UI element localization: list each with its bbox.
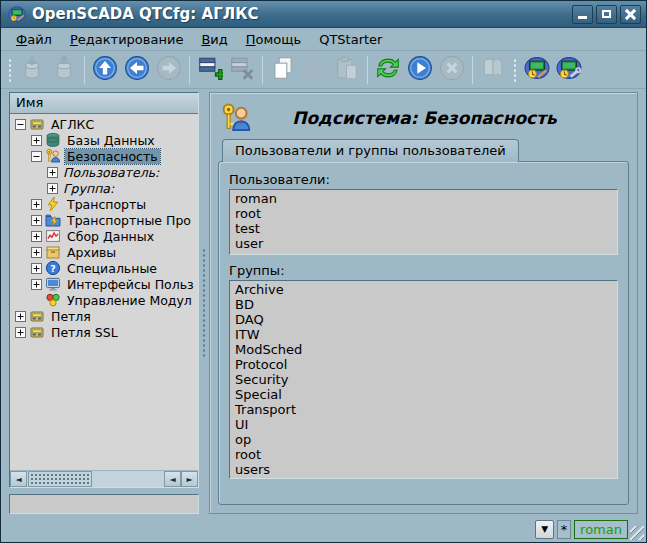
tree-item-специальные[interactable]: ?Специальные — [12, 260, 198, 276]
expand-icon[interactable] — [31, 279, 42, 290]
expand-icon[interactable] — [31, 215, 42, 226]
expand-icon[interactable] — [15, 327, 26, 338]
qtcfg-app-button[interactable] — [521, 54, 553, 86]
add-item-button[interactable] — [194, 54, 226, 86]
scroll-right-icon[interactable]: ► — [181, 471, 198, 487]
tree-horizontal-scrollbar[interactable]: ◄ ◄ ► — [10, 470, 198, 487]
scrollbar-thumb[interactable] — [28, 471, 92, 487]
tree-item-интерфейсы-польз[interactable]: Интерфейсы Польз — [12, 276, 198, 292]
scroll-left-icon[interactable]: ◄ — [10, 471, 27, 487]
menu-item-5[interactable]: QTStarter — [310, 30, 391, 49]
tree-item-label: Базы Данных — [65, 133, 157, 148]
modules-icon — [45, 292, 61, 308]
expand-icon[interactable] — [31, 231, 42, 242]
start-button[interactable] — [404, 54, 436, 86]
maximize-button[interactable] — [596, 5, 617, 24]
station-icon — [29, 116, 45, 132]
tab-content: Пользователи: romanroottestuser Группы: … — [218, 161, 629, 505]
user-list-item[interactable]: roman — [230, 191, 617, 206]
expand-icon[interactable] — [31, 263, 42, 274]
tree-item-группа[interactable]: Группа: — [12, 180, 198, 196]
toolbar-drag-handle[interactable] — [7, 57, 13, 83]
expand-icon[interactable] — [47, 183, 58, 194]
group-list-item[interactable]: op — [230, 432, 617, 447]
tab-users-groups[interactable]: Пользователи и группы пользователей — [222, 139, 519, 162]
tree-item-сбор-данных[interactable]: Сбор Данных — [12, 228, 198, 244]
tree-item-label: Пользователь: — [61, 165, 161, 180]
collapse-icon[interactable] — [31, 151, 42, 162]
group-list-item[interactable]: users — [230, 462, 617, 477]
user-list-item[interactable]: root — [230, 206, 617, 221]
menu-item-4[interactable]: Помощь — [237, 30, 310, 49]
titlebar[interactable]: OpenSCADA QTCfg: АГЛКС — [1, 1, 646, 28]
group-list-item[interactable]: DAQ — [230, 312, 617, 327]
menu-item-1[interactable]: Файл — [7, 30, 61, 49]
group-list-item[interactable]: UI — [230, 417, 617, 432]
close-button[interactable] — [620, 5, 641, 24]
tree-item-аглкс[interactable]: АГЛКС — [12, 116, 198, 132]
nav-back-button[interactable] — [121, 54, 153, 86]
maximize-icon — [602, 10, 611, 18]
resize-grip[interactable] — [630, 526, 644, 540]
expand-icon[interactable] — [31, 247, 42, 258]
tree-item-петля-ssl[interactable]: Петля SSL — [12, 324, 198, 340]
tabbar: Пользователи и группы пользователей — [218, 139, 629, 162]
tree-item-label: АГЛКС — [49, 117, 96, 132]
copy-item-button[interactable] — [267, 54, 299, 86]
user-list-item[interactable]: test — [230, 221, 617, 236]
toolbar-drag-handle[interactable] — [512, 57, 518, 83]
scroll-left2-icon[interactable]: ◄ — [164, 471, 181, 487]
group-list-item[interactable]: Special — [230, 387, 617, 402]
users-listbox[interactable]: romanroottestuser — [229, 189, 618, 255]
nav-forward-button — [153, 54, 185, 86]
panel-splitter[interactable] — [199, 92, 209, 514]
group-list-item[interactable]: ModSched — [230, 342, 617, 357]
expand-icon[interactable] — [47, 167, 58, 178]
cut-item-icon — [302, 55, 328, 84]
refresh-button[interactable] — [372, 54, 404, 86]
tree-item-архивы[interactable]: Архивы — [12, 244, 198, 260]
tree-item-базы-данных[interactable]: Базы Данных — [12, 132, 198, 148]
group-list-item[interactable]: Security — [230, 372, 617, 387]
load-from-db-button — [16, 54, 48, 86]
tree-item-label: Специальные — [65, 261, 159, 276]
qtstarter-config-button[interactable] — [553, 54, 585, 86]
manual-button — [477, 54, 509, 86]
menu-item-2[interactable]: Редактирование — [61, 30, 192, 49]
tree-column-header[interactable]: Имя — [10, 93, 198, 114]
collapse-icon[interactable] — [15, 119, 26, 130]
nav-up-button[interactable] — [89, 54, 121, 86]
tree-filter-input[interactable] — [9, 494, 199, 514]
expand-icon[interactable] — [31, 199, 42, 210]
group-list-item[interactable]: Archive — [230, 282, 617, 297]
load-from-db-icon — [19, 55, 45, 84]
group-list-item[interactable]: BD — [230, 297, 617, 312]
tree-item-петля[interactable]: Петля — [12, 308, 198, 324]
app-window: OpenSCADA QTCfg: АГЛКС ФайлРедактировани… — [0, 0, 647, 543]
current-user-badge[interactable]: roman — [574, 520, 628, 539]
group-list-item[interactable]: Transport — [230, 402, 617, 417]
group-list-item[interactable]: Protocol — [230, 357, 617, 372]
main-area: Имя АГЛКСБазы ДанныхБезопасностьПользова… — [1, 89, 646, 516]
statusbar: ▼ * roman — [1, 516, 646, 542]
group-list-item[interactable]: ITW — [230, 327, 617, 342]
user-list-item[interactable]: user — [230, 236, 617, 251]
tree-item-управление-модул[interactable]: Управление Модул — [12, 292, 198, 308]
group-list-item[interactable]: root — [230, 447, 617, 462]
users-label: Пользователи: — [229, 172, 618, 187]
close-icon — [625, 9, 636, 20]
tree-item-label: Петля — [49, 309, 93, 324]
minimize-button[interactable] — [572, 5, 593, 24]
menu-item-3[interactable]: Вид — [192, 30, 236, 49]
tree-item-безопасность[interactable]: Безопасность — [12, 148, 198, 164]
tree-item-транспорты[interactable]: Транспорты — [12, 196, 198, 212]
status-dropdown-button[interactable]: ▼ — [535, 520, 554, 539]
tree-item-пользователь[interactable]: Пользователь: — [12, 164, 198, 180]
daq-icon — [45, 228, 61, 244]
nav-forward-icon — [156, 55, 182, 84]
tree-item-транспортные-про[interactable]: Транспортные Про — [12, 212, 198, 228]
scrollbar-track[interactable] — [92, 471, 164, 487]
groups-listbox[interactable]: ArchiveBDDAQITWModSchedProtocolSecurityS… — [229, 280, 618, 479]
expand-icon[interactable] — [31, 135, 42, 146]
expand-icon[interactable] — [15, 311, 26, 322]
